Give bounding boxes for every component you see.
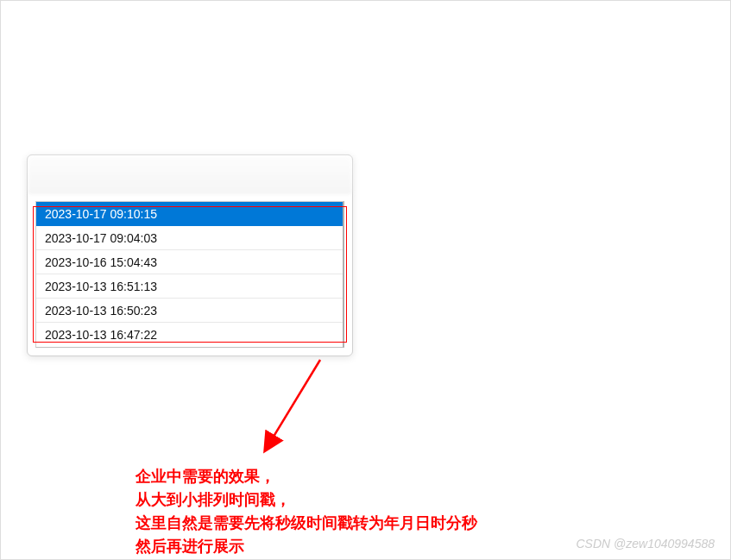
annotation-line: 这里自然是需要先将秒级时间戳转为年月日时分秒 <box>135 512 477 535</box>
annotation-line: 然后再进行展示 <box>135 535 477 558</box>
svg-line-0 <box>267 360 320 448</box>
annotation-line: 从大到小排列时间戳， <box>135 488 477 512</box>
list-item[interactable]: 2023-10-16 15:04:43 <box>36 250 343 274</box>
timestamp-list-container: 2023-10-17 09:10:15 2023-10-17 09:04:03 … <box>28 201 352 348</box>
annotation-text: 企业中需要的效果， 从大到小排列时间戳， 这里自然是需要先将秒级时间戳转为年月日… <box>135 465 477 558</box>
list-item[interactable]: 2023-10-13 16:50:23 <box>36 299 343 323</box>
timestamp-list: 2023-10-17 09:10:15 2023-10-17 09:04:03 … <box>35 201 344 348</box>
list-item[interactable]: 2023-10-13 16:51:13 <box>36 274 343 299</box>
watermark: CSDN @zew1040994588 <box>576 537 715 551</box>
result-window: 2023-10-17 09:10:15 2023-10-17 09:04:03 … <box>27 154 353 356</box>
list-item[interactable]: 2023-10-13 16:47:22 <box>36 323 343 347</box>
list-item[interactable]: 2023-10-17 09:04:03 <box>36 226 343 250</box>
annotation-arrow <box>251 353 337 456</box>
annotation-line: 企业中需要的效果， <box>135 465 477 488</box>
window-header <box>28 155 352 193</box>
list-item[interactable]: 2023-10-17 09:10:15 <box>36 202 343 226</box>
